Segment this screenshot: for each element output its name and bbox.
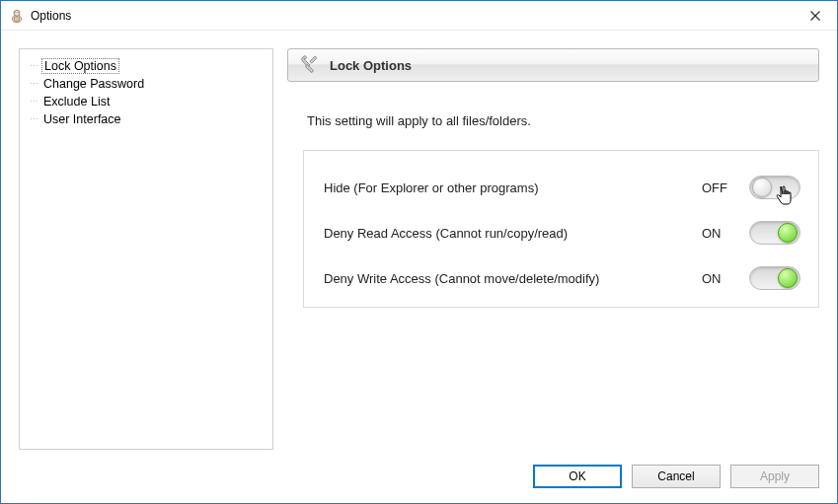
setting-row-hide: Hide (For Explorer or other programs) OF… xyxy=(324,165,800,210)
setting-label: Deny Read Access (Cannot run/copy/read) xyxy=(324,226,702,241)
nav-item-label: User Interface xyxy=(41,112,123,126)
setting-label: Deny Write Access (Cannot move/delete/mo… xyxy=(324,271,702,286)
nav-item-lock-options[interactable]: ⋯ Lock Options xyxy=(30,57,267,75)
svg-point-4 xyxy=(18,12,19,13)
options-dialog: Options ⋯ Lock Options ⋯ Change Password… xyxy=(0,0,838,504)
nav-item-change-password[interactable]: ⋯ Change Password xyxy=(30,75,267,93)
tree-connector-icon: ⋯ xyxy=(30,79,38,89)
toggle-hide[interactable] xyxy=(749,176,800,199)
toggle-deny-write[interactable] xyxy=(749,266,800,290)
toggle-knob xyxy=(752,178,772,197)
titlebar: Options xyxy=(1,1,837,31)
svg-point-2 xyxy=(14,10,20,16)
apply-button[interactable]: Apply xyxy=(730,465,819,488)
nav-panel: ⋯ Lock Options ⋯ Change Password ⋯ Exclu… xyxy=(19,48,273,450)
nav-item-label: Exclude List xyxy=(41,95,112,108)
close-icon xyxy=(810,11,820,21)
nav-item-exclude-list[interactable]: ⋯ Exclude List xyxy=(30,93,267,110)
dialog-body: ⋯ Lock Options ⋯ Change Password ⋯ Exclu… xyxy=(1,31,837,450)
nav-item-user-interface[interactable]: ⋯ User Interface xyxy=(30,110,267,128)
setting-row-deny-read: Deny Read Access (Cannot run/copy/read) … xyxy=(324,210,800,255)
svg-point-3 xyxy=(15,12,16,13)
setting-state: ON xyxy=(702,271,749,286)
panel-title: Lock Options xyxy=(330,58,412,73)
setting-state: ON xyxy=(702,226,749,241)
tree-connector-icon: ⋯ xyxy=(30,97,38,107)
setting-row-deny-write: Deny Write Access (Cannot move/delete/mo… xyxy=(324,255,800,301)
panel-header: Lock Options xyxy=(287,48,819,82)
content-panel: Lock Options This setting will apply to … xyxy=(287,48,819,450)
setting-label: Hide (For Explorer or other programs) xyxy=(324,180,702,195)
close-button[interactable] xyxy=(793,2,837,30)
setting-state: OFF xyxy=(702,180,749,195)
panel-description: This setting will apply to all files/fol… xyxy=(287,82,819,128)
ok-button[interactable]: OK xyxy=(533,465,622,488)
nav-item-label: Change Password xyxy=(41,77,146,91)
tree-connector-icon: ⋯ xyxy=(30,114,38,124)
nav-item-label: Lock Options xyxy=(41,58,119,74)
tree-connector-icon: ⋯ xyxy=(30,61,38,71)
toggle-knob xyxy=(778,223,798,243)
toggle-deny-read[interactable] xyxy=(749,221,800,245)
settings-group: Hide (For Explorer or other programs) OF… xyxy=(303,150,819,308)
tools-icon xyxy=(298,53,320,78)
cancel-button[interactable]: Cancel xyxy=(632,465,721,488)
svg-rect-1 xyxy=(15,16,20,21)
app-icon xyxy=(9,8,25,24)
button-bar: OK Cancel Apply xyxy=(1,450,837,503)
window-title: Options xyxy=(31,9,71,23)
toggle-knob xyxy=(778,268,798,288)
